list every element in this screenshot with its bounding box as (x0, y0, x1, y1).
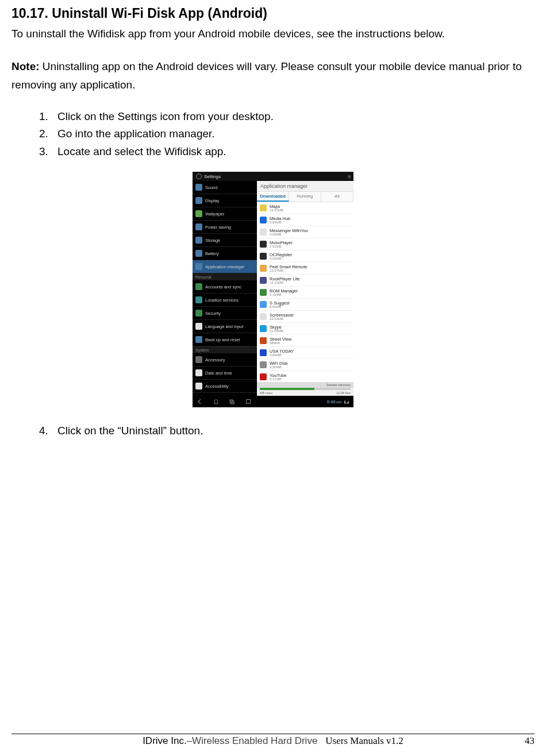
sidebar-item-label: Accounts and sync (205, 284, 241, 290)
menu-icon: ≡ (348, 173, 350, 180)
android-tablet-frame: Settings ≡ SoundDisplayWallpaperPower sa… (193, 172, 353, 407)
app-icon (260, 361, 267, 368)
app-manager-tab[interactable]: All (321, 192, 353, 202)
sidebar-item[interactable]: Application manager (193, 260, 257, 273)
app-size: 580KB (270, 341, 291, 345)
list-item: 4.Click on the “Uninstall” button. (39, 422, 535, 439)
app-icon (260, 325, 267, 332)
app-size: 23.52MB (270, 317, 294, 321)
sidebar-item-label: Language and input (205, 324, 243, 329)
sidebar-item[interactable]: Wallpaper (193, 207, 257, 221)
app-row[interactable]: YouTube9.11MB (257, 371, 353, 382)
sidebar-item-label: Accessibility (205, 384, 229, 389)
sidebar-item[interactable]: Location services (193, 294, 257, 307)
app-name: Screensaver (270, 313, 294, 318)
app-row[interactable]: Street View580KB (257, 335, 353, 347)
sidebar-item-icon (195, 356, 202, 363)
sidebar-item-label: Back up and reset (205, 337, 240, 342)
app-name: Maps (270, 205, 283, 209)
app-row[interactable]: Screensaver23.52MB (257, 311, 353, 323)
app-row[interactable]: Maps14.57MB (257, 202, 353, 214)
sidebar-item-icon (195, 369, 202, 376)
app-text: Media Hub5.84MB (270, 217, 290, 225)
sidebar-item-icon (195, 383, 202, 389)
app-row[interactable]: Messenger WithYou4.66MB (257, 226, 353, 238)
sidebar-item-label: Wallpaper (205, 211, 225, 217)
memory-values: MB used 11GB free (257, 391, 353, 396)
sidebar-item[interactable]: Date and time (193, 367, 257, 380)
app-name: Peel Smart Remote (270, 265, 307, 269)
app-row[interactable]: WiFi Disk3.50MB (257, 359, 353, 371)
sidebar-item[interactable]: Accessory (193, 353, 257, 367)
list-number: 4. (39, 422, 57, 439)
sidebar-item[interactable]: Accessibility (193, 380, 257, 393)
app-icon (260, 289, 267, 296)
app-row[interactable]: S Suggest8.82MB (257, 299, 353, 311)
sidebar-item[interactable]: Battery (193, 247, 257, 260)
list-item: 3.Locate and select the Wifidisk app. (39, 143, 535, 160)
app-row[interactable]: Skype21.20MB (257, 323, 353, 335)
sidebar-item[interactable]: Language and input (193, 320, 257, 333)
app-row[interactable]: MoboPlayer7.51MB (257, 238, 353, 250)
sidebar-item[interactable]: Security (193, 307, 257, 320)
svg-rect-2 (247, 400, 251, 404)
app-text: OCRegister4.69MB (270, 253, 292, 261)
screen-title: Settings (204, 174, 221, 179)
sidebar-item[interactable]: Developer options (193, 393, 257, 396)
app-icon (260, 373, 267, 380)
app-text: S Suggest8.82MB (270, 301, 290, 309)
sidebar-item[interactable]: Storage (193, 234, 257, 247)
app-manager-tab[interactable]: Running (289, 192, 321, 202)
app-name: WiFi Disk (270, 361, 288, 366)
sidebar-item[interactable]: Display (193, 194, 257, 207)
app-icon (260, 229, 267, 236)
sidebar-item-icon (195, 310, 202, 317)
clock: 9:46AM ▮◢ (326, 399, 349, 404)
app-name: USA TODAY (270, 349, 294, 354)
sidebar-item[interactable]: Back up and reset (193, 333, 257, 346)
app-size: 4.84MB (270, 353, 294, 357)
sidebar-item[interactable]: Power saving (193, 221, 257, 234)
list-item: 2.Go into the application manager. (39, 125, 535, 142)
app-size: 5.84MB (270, 221, 290, 224)
app-manager-panel: Application manager DownloadedRunningAll… (257, 181, 353, 396)
app-size: 9.11MB (270, 377, 286, 381)
app-row[interactable]: Media Hub5.84MB (257, 214, 353, 226)
memory-bar (260, 388, 351, 390)
app-row[interactable]: RockPlayer Lite15.21MB (257, 275, 353, 287)
sidebar-item[interactable]: Accounts and sync (193, 280, 257, 294)
sidebar-item-label: Accessory (205, 357, 225, 362)
app-row[interactable]: OCRegister4.69MB (257, 250, 353, 263)
status-bar: Settings ≡ (193, 172, 353, 181)
app-text: Street View580KB (270, 337, 291, 345)
footer-manual: Users Manuals v1.2 (325, 735, 403, 746)
app-size: 7.51MB (270, 245, 293, 248)
sidebar-item-icon (195, 336, 202, 343)
page-number: 43 (525, 735, 535, 747)
app-icon (260, 205, 267, 211)
app-manager-tabs: DownloadedRunningAll (257, 192, 353, 202)
app-text: WiFi Disk3.50MB (270, 361, 288, 369)
sidebar-item-icon (195, 250, 202, 257)
app-manager-tab[interactable]: Downloaded (257, 192, 289, 202)
sidebar-item-icon (195, 237, 202, 244)
sidebar-item-label: Sound (205, 185, 218, 190)
app-text: USA TODAY4.84MB (270, 349, 294, 357)
settings-icon (196, 173, 202, 179)
sidebar-item-icon (195, 263, 202, 270)
capture-icon (245, 399, 251, 404)
app-size: 15.21MB (270, 281, 300, 284)
app-icon (260, 349, 267, 356)
list-text: Go into the application manager. (57, 125, 215, 142)
sidebar-item-icon (195, 283, 202, 290)
panel-title: Application manager (257, 181, 353, 192)
app-text: ROM Manager5.41MB (270, 289, 298, 297)
sidebar-item[interactable]: Sound (193, 181, 257, 194)
back-icon (197, 399, 203, 404)
sidebar-section-header: Personal (193, 273, 257, 280)
app-icon (260, 217, 267, 223)
app-row[interactable]: ROM Manager5.41MB (257, 287, 353, 299)
app-row[interactable]: Peel Smart Remote13.57MB (257, 263, 353, 275)
app-row[interactable]: USA TODAY4.84MB (257, 347, 353, 359)
app-size: 21.20MB (270, 329, 283, 333)
